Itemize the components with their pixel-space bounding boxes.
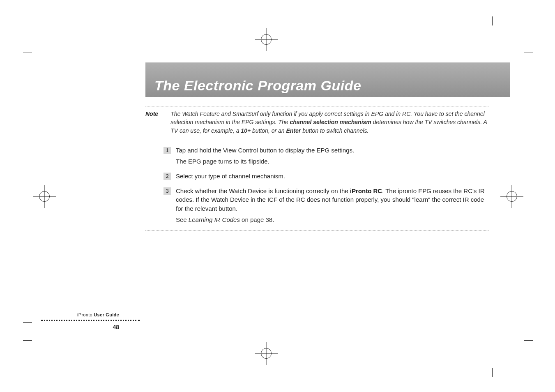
step-sub-pre: See [176,216,189,223]
registration-mark-top [255,28,278,51]
step-sub-post: on page 38. [240,216,274,223]
note-bold-1: channel selection mechanism [290,119,371,125]
chapter-title-bar: The Electronic Program Guide [145,62,510,97]
footer-brand: iPronto [77,312,92,317]
step-sub-ital: Learning IR Codes [189,216,240,223]
crop-tick [524,340,533,341]
registration-mark-right [500,185,523,208]
step-text: Tap and hold the View Control button to … [176,146,354,155]
step-text: Select your type of channel mechanism. [176,172,285,181]
content-region: Note The Watch Feature and SmartSurf onl… [145,106,489,231]
note-body: The Watch Feature and SmartSurf only fun… [170,110,489,135]
note-bold-3: Enter [286,127,301,134]
crop-tick [61,16,61,25]
crop-tick [23,53,32,53]
note-text-4: button to switch channels. [301,127,368,134]
step-subtext: The EPG page turns to its flipside. [176,157,489,166]
step-text-pre: Check whether the Watch Device is functi… [176,187,350,194]
crop-tick [492,16,493,25]
crop-tick [23,340,32,341]
footer-page-number: 48 [62,324,119,330]
footer-brand-line: iPronto User Guide [62,312,119,317]
registration-mark-bottom [255,342,278,365]
note-bold-2: 10+ [241,127,251,134]
step-text: Check whether the Watch Device is functi… [176,187,489,213]
step-2: 2 Select your type of channel mechanism. [164,172,489,181]
note-label: Note [145,110,158,135]
registration-mark-left [33,185,56,208]
step-subtext: See Learning IR Codes on page 38. [176,215,489,224]
step-3: 3 Check whether the Watch Device is func… [164,187,489,225]
step-number: 2 [164,173,171,180]
closing-dotted-rule [145,230,489,231]
crop-tick [23,322,32,323]
crop-tick [492,368,493,377]
footer-guide: User Guide [92,312,119,317]
footer-dotted-rule [62,319,119,322]
crop-tick [61,368,61,377]
page-footer: iPronto User Guide 48 [62,312,119,330]
step-text-bold: iPronto RC [350,187,382,194]
note-block: Note The Watch Feature and SmartSurf onl… [145,106,489,139]
steps-list: 1 Tap and hold the View Control button t… [164,146,489,224]
step-number: 1 [164,147,171,154]
crop-tick [524,53,533,53]
step-1: 1 Tap and hold the View Control button t… [164,146,489,166]
chapter-title: The Electronic Program Guide [154,78,361,94]
step-number: 3 [164,187,171,195]
note-text-3: button, or an [251,127,286,134]
